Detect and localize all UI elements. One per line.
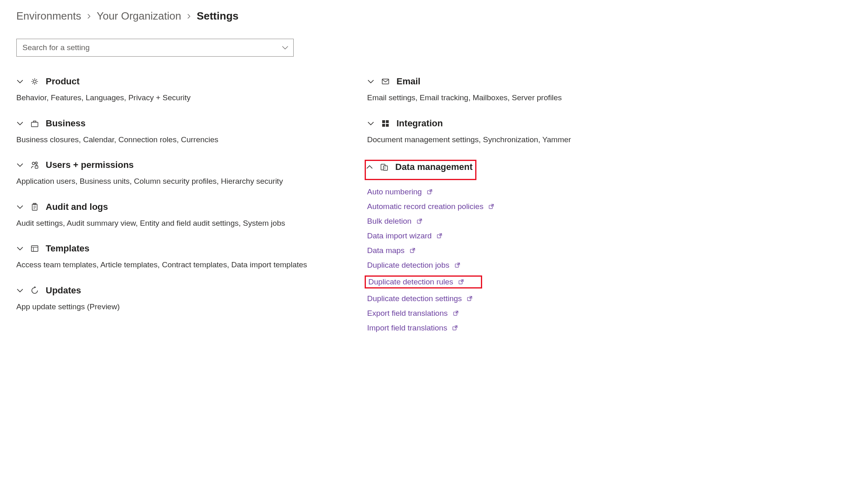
section-header-business[interactable]: Business	[16, 118, 86, 129]
link-data-import-wizard[interactable]: Data import wizard	[367, 231, 579, 240]
chevron-down-icon	[16, 203, 24, 211]
section-desc: Email settings, Email tracking, Mailboxe…	[367, 92, 579, 103]
clipboard-icon	[30, 203, 39, 211]
external-link-icon	[466, 295, 473, 302]
external-link-icon	[409, 247, 416, 254]
chevron-down-icon	[16, 161, 24, 169]
mail-icon	[381, 77, 390, 86]
link-import-field-translations[interactable]: Import field translations	[367, 324, 579, 332]
section-desc: Application users, Business units, Colum…	[16, 176, 343, 187]
link-label: Bulk deletion	[367, 217, 412, 226]
external-link-icon	[451, 324, 458, 332]
link-label: Auto numbering	[367, 187, 422, 196]
link-label: Automatic record creation policies	[367, 202, 483, 211]
people-lock-icon	[30, 161, 39, 170]
section-email: EmailEmail settings, Email tracking, Mai…	[367, 76, 579, 103]
external-link-icon	[454, 262, 461, 269]
external-link-icon	[487, 203, 495, 210]
section-title: Updates	[46, 285, 81, 296]
breadcrumb-your-organization[interactable]: Your Organization	[97, 10, 181, 22]
section-header-product[interactable]: Product	[16, 76, 80, 87]
link-label: Duplicate detection settings	[367, 294, 462, 303]
section-title: Business	[46, 118, 86, 129]
link-duplicate-detection-jobs[interactable]: Duplicate detection jobs	[367, 261, 579, 270]
section-header-templates[interactable]: Templates	[16, 243, 89, 254]
link-label: Data import wizard	[367, 231, 432, 240]
chevron-right-icon	[186, 13, 192, 19]
section-desc: Audit settings, Audit summary view, Enti…	[16, 218, 343, 229]
chevron-down-icon	[16, 78, 24, 85]
section-desc: Access team templates, Article templates…	[16, 260, 343, 271]
section-datamgmt: Data managementAuto numberingAutomatic r…	[367, 160, 579, 332]
link-label: Data maps	[367, 246, 405, 255]
link-bulk-deletion[interactable]: Bulk deletion	[367, 217, 579, 226]
gear-icon	[30, 77, 39, 86]
section-business: BusinessBusiness closures, Calendar, Con…	[16, 118, 343, 145]
chevron-down-icon	[367, 120, 374, 127]
chevron-down-icon	[16, 120, 24, 127]
external-link-icon	[426, 188, 433, 196]
section-desc: Behavior, Features, Languages, Privacy +…	[16, 92, 343, 103]
link-data-maps[interactable]: Data maps	[367, 246, 579, 255]
link-duplicate-detection-rules[interactable]: Duplicate detection rules	[365, 275, 482, 288]
section-users: Users + permissionsApplication users, Bu…	[16, 160, 343, 187]
section-title: Templates	[46, 243, 89, 254]
section-integration: IntegrationDocument management settings,…	[367, 118, 579, 145]
external-link-icon	[452, 310, 459, 317]
link-auto-numbering[interactable]: Auto numbering	[367, 187, 579, 196]
search-box	[16, 39, 294, 57]
section-audit: Audit and logsAudit settings, Audit summ…	[16, 202, 343, 229]
section-desc: Business closures, Calendar, Connection …	[16, 134, 343, 145]
link-label: Import field translations	[367, 324, 447, 332]
section-desc: App update settings (Preview)	[16, 302, 343, 313]
chevron-down-icon	[16, 287, 24, 294]
section-title: Data management	[395, 162, 473, 172]
section-header-updates[interactable]: Updates	[16, 285, 81, 296]
link-label: Export field translations	[367, 309, 448, 318]
section-title: Audit and logs	[46, 202, 108, 212]
link-duplicate-detection-settings[interactable]: Duplicate detection settings	[367, 294, 579, 303]
section-header-users[interactable]: Users + permissions	[16, 160, 134, 170]
windows-icon	[381, 119, 390, 128]
data-icon	[380, 163, 389, 172]
link-automatic-record-creation-policies[interactable]: Automatic record creation policies	[367, 202, 579, 211]
section-links: Auto numberingAutomatic record creation …	[367, 187, 579, 332]
chevron-down-icon	[16, 245, 24, 252]
external-link-icon	[416, 218, 423, 225]
section-title: Users + permissions	[46, 160, 134, 170]
section-header-integration[interactable]: Integration	[367, 118, 443, 129]
refresh-icon	[30, 286, 39, 295]
section-title: Email	[396, 76, 421, 87]
section-updates: UpdatesApp update settings (Preview)	[16, 285, 343, 313]
search-input[interactable]	[16, 39, 294, 57]
section-title: Integration	[396, 118, 443, 129]
template-icon	[30, 244, 39, 253]
section-title: Product	[46, 76, 80, 87]
breadcrumb: Environments Your Organization Settings	[16, 10, 852, 22]
breadcrumb-environments[interactable]: Environments	[16, 10, 81, 22]
chevron-down-icon	[367, 78, 374, 85]
section-templates: TemplatesAccess team templates, Article …	[16, 243, 343, 271]
external-link-icon	[436, 232, 443, 240]
link-export-field-translations[interactable]: Export field translations	[367, 309, 579, 318]
link-label: Duplicate detection rules	[368, 277, 453, 286]
section-desc: Document management settings, Synchroniz…	[367, 134, 579, 145]
section-header-datamgmt[interactable]: Data management	[366, 162, 473, 172]
external-link-icon	[457, 278, 465, 286]
section-product: ProductBehavior, Features, Languages, Pr…	[16, 76, 343, 103]
breadcrumb-current: Settings	[197, 10, 239, 22]
section-header-audit[interactable]: Audit and logs	[16, 202, 108, 212]
briefcase-icon	[30, 119, 39, 128]
section-header-email[interactable]: Email	[367, 76, 421, 87]
chevron-up-icon	[366, 163, 373, 171]
chevron-right-icon	[86, 13, 92, 19]
link-label: Duplicate detection jobs	[367, 261, 450, 270]
